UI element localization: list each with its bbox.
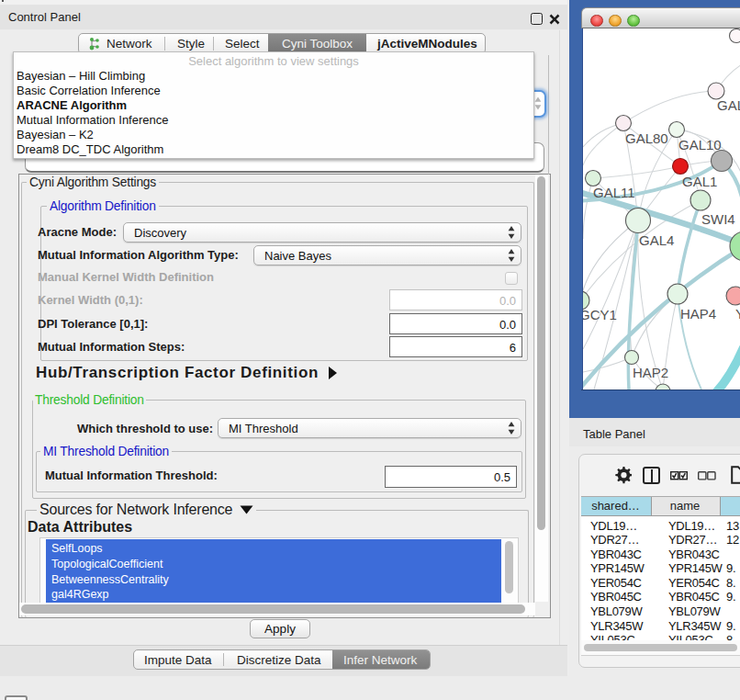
svg-text:YJ: YJ xyxy=(735,306,740,322)
svg-text:GAL7: GAL7 xyxy=(717,97,740,113)
svg-text:SWI4: SWI4 xyxy=(701,211,735,227)
svg-text:HAP4: HAP4 xyxy=(680,306,716,322)
svg-text:GAL11: GAL11 xyxy=(593,185,635,200)
svg-text:GAL4: GAL4 xyxy=(639,232,674,248)
svg-text:HAP2: HAP2 xyxy=(633,365,668,380)
svg-text:GCY1: GCY1 xyxy=(583,307,617,322)
svg-text:GAL10: GAL10 xyxy=(678,137,722,152)
svg-text:GAL80: GAL80 xyxy=(625,130,668,146)
svg-text:GAL1: GAL1 xyxy=(682,174,717,189)
